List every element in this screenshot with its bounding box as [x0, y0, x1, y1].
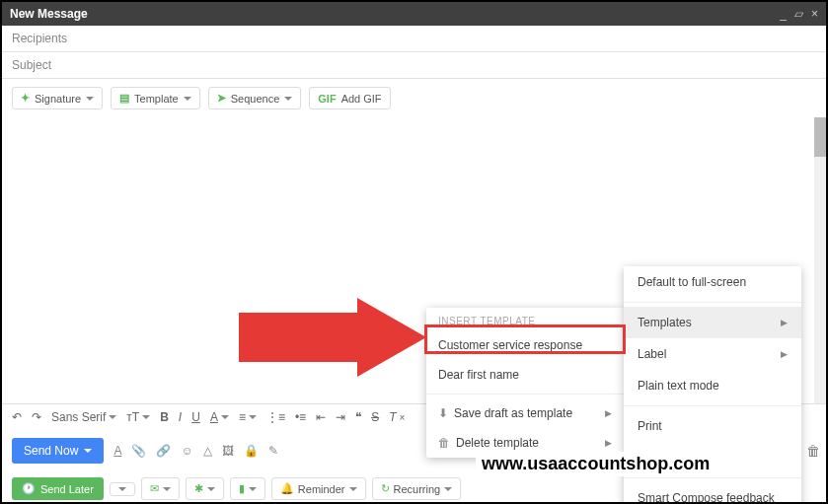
- plugin-toolbar: ✦ Signature ▤ Template ➤ Sequence GIF Ad…: [2, 79, 826, 117]
- menu-smart-compose[interactable]: Smart Compose feedback: [624, 482, 801, 504]
- template-label: Template: [134, 93, 179, 105]
- reminder-label: Reminder: [298, 483, 345, 495]
- minimize-icon[interactable]: _: [780, 7, 787, 21]
- font-select[interactable]: Sans Serif: [51, 410, 116, 424]
- template-icon: ▤: [119, 92, 129, 105]
- clock-icon: 🕐: [22, 482, 36, 495]
- maximize-icon[interactable]: ▱: [794, 7, 803, 21]
- send-now-button[interactable]: Send Now: [12, 438, 104, 464]
- caret-down-icon: [109, 415, 116, 419]
- discard-draft-icon[interactable]: 🗑: [806, 443, 820, 459]
- insert-emoji-icon[interactable]: ☺: [181, 444, 192, 458]
- caret-down-icon: [118, 487, 126, 491]
- clear-format-button[interactable]: T×: [389, 410, 405, 424]
- caret-down-icon: [444, 487, 452, 491]
- redo-button[interactable]: ↷: [32, 410, 41, 424]
- caret-down-icon: [86, 97, 94, 101]
- gif-icon: GIF: [318, 93, 336, 105]
- bulleted-list-button[interactable]: •≡: [295, 410, 306, 424]
- menu-separator: [426, 394, 624, 395]
- indent-more-button[interactable]: ⇥: [336, 410, 345, 424]
- template-button[interactable]: ▤ Template: [111, 87, 200, 109]
- reminder-button[interactable]: 🔔 Reminder: [271, 477, 366, 500]
- snooze-button[interactable]: ✉: [141, 477, 180, 500]
- svg-marker-0: [239, 298, 426, 377]
- caret-down-icon: [184, 97, 191, 101]
- window-title: New Message: [10, 7, 88, 21]
- template-customer-service[interactable]: Customer service response: [426, 330, 624, 360]
- caret-down-icon: [349, 487, 357, 491]
- format-toggle-icon[interactable]: A: [113, 444, 121, 458]
- indent-less-button[interactable]: ⇤: [316, 410, 326, 424]
- menu-templates[interactable]: Templates ▶: [624, 307, 801, 338]
- add-gif-label: Add GIF: [341, 93, 382, 105]
- send-later-dropdown[interactable]: [110, 482, 135, 496]
- align-button[interactable]: ≡: [239, 410, 257, 424]
- confidential-icon[interactable]: 🔒: [244, 444, 259, 458]
- menu-print[interactable]: Print: [624, 410, 801, 442]
- watermark-text: www.usaaccountshop.com: [476, 452, 715, 476]
- trash-icon: 🗑: [438, 436, 450, 450]
- add-gif-button[interactable]: GIF Add GIF: [309, 87, 390, 109]
- caret-down-icon: [163, 487, 171, 491]
- caret-down-icon: [249, 415, 257, 419]
- download-icon: ⬇: [438, 406, 448, 420]
- caret-down-icon: [249, 487, 257, 491]
- menu-label[interactable]: Label ▶: [624, 338, 801, 370]
- font-label: Sans Serif: [51, 410, 106, 424]
- undo-button[interactable]: ↶: [12, 410, 22, 424]
- insert-link-icon[interactable]: 🔗: [156, 444, 171, 458]
- send-later-button[interactable]: 🕐 Send Later: [12, 477, 104, 500]
- caret-down-icon: [207, 487, 215, 491]
- signature-button[interactable]: ✦ Signature: [12, 87, 103, 109]
- caret-down-icon: [142, 415, 150, 419]
- sequence-button[interactable]: ➤ Sequence: [208, 87, 302, 109]
- note-button[interactable]: ▮: [230, 477, 265, 500]
- annotation-red-arrow: [239, 298, 436, 377]
- attach-file-icon[interactable]: 📎: [131, 444, 146, 458]
- font-size-button[interactable]: тT: [126, 410, 150, 424]
- tracking-button[interactable]: ✱: [186, 477, 224, 500]
- menu-separator: [624, 405, 801, 406]
- sequence-label: Sequence: [231, 93, 280, 105]
- window-controls: _ ▱ ×: [780, 7, 818, 21]
- recipients-field[interactable]: Recipients: [2, 26, 826, 52]
- templates-submenu: INSERT TEMPLATE Customer service respons…: [426, 308, 624, 458]
- insert-drive-icon[interactable]: △: [203, 444, 212, 458]
- send-later-label: Send Later: [40, 483, 94, 495]
- submenu-arrow-icon: ▶: [605, 438, 612, 448]
- caret-down-icon: [84, 449, 92, 453]
- insert-photo-icon[interactable]: 🖼: [222, 444, 234, 458]
- submenu-arrow-icon: ▶: [781, 349, 788, 359]
- send-attachments: A 📎 🔗 ☺ △ 🖼 🔒 ✎: [113, 444, 277, 458]
- bold-button[interactable]: B: [160, 410, 169, 424]
- strikethrough-button[interactable]: S: [371, 410, 379, 424]
- subject-field[interactable]: Subject: [2, 52, 826, 79]
- signature-label: Signature: [35, 93, 81, 105]
- recurring-icon: ↻: [381, 482, 390, 495]
- template-dear-first-name[interactable]: Dear first name: [426, 360, 624, 390]
- text-color-button[interactable]: A: [210, 410, 229, 424]
- sparkle-icon: ✦: [21, 92, 30, 105]
- send-icon: ➤: [217, 92, 226, 105]
- menu-default-fullscreen[interactable]: Default to full-screen: [624, 266, 801, 298]
- numbered-list-button[interactable]: ⋮≡: [266, 410, 285, 424]
- note-icon: ▮: [239, 482, 245, 495]
- italic-button[interactable]: I: [179, 410, 182, 424]
- close-icon[interactable]: ×: [811, 7, 818, 21]
- eye-icon: ✱: [194, 482, 203, 495]
- save-draft-as-template[interactable]: ⬇Save draft as template ▶: [426, 398, 624, 428]
- menu-separator: [624, 477, 801, 478]
- recurring-label: Recurring: [394, 483, 441, 495]
- caret-down-icon: [284, 97, 292, 101]
- underline-button[interactable]: U: [191, 410, 200, 424]
- scrollbar[interactable]: [814, 117, 826, 403]
- bell-icon: 🔔: [280, 482, 294, 495]
- caret-down-icon: [221, 415, 229, 419]
- recurring-button[interactable]: ↻ Recurring: [372, 477, 462, 500]
- snooze-icon: ✉: [150, 482, 159, 495]
- quote-button[interactable]: ❝: [355, 410, 361, 424]
- insert-signature-icon[interactable]: ✎: [268, 444, 278, 458]
- menu-plain-text[interactable]: Plain text mode: [624, 370, 801, 401]
- scrollbar-thumb[interactable]: [814, 117, 826, 157]
